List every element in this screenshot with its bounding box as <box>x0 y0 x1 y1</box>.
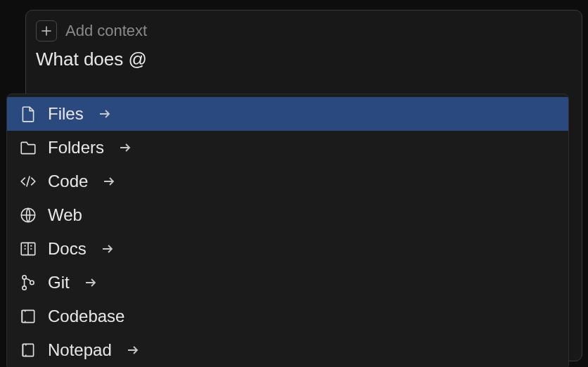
context-dropdown: Files Folders Code <box>6 94 569 367</box>
arrow-right-icon <box>101 173 117 190</box>
prompt-input-text: What does @ <box>36 49 147 70</box>
menu-item-git[interactable]: Git <box>7 266 568 300</box>
arrow-right-icon <box>124 342 141 359</box>
prompt-input[interactable]: What does @ <box>26 46 582 77</box>
menu-item-code[interactable]: Code <box>7 165 568 198</box>
menu-item-label: Files <box>48 104 84 124</box>
notepad-icon <box>18 340 38 360</box>
menu-item-label: Web <box>48 205 82 225</box>
menu-item-docs[interactable]: Docs <box>7 232 568 266</box>
menu-item-label: Codebase <box>48 307 124 326</box>
code-icon <box>18 172 38 191</box>
menu-item-label: Code <box>48 172 88 191</box>
menu-item-web[interactable]: Web <box>7 198 568 232</box>
menu-item-folders[interactable]: Folders <box>7 131 568 165</box>
codebase-icon <box>18 307 38 326</box>
svg-rect-6 <box>23 344 33 356</box>
header-row: Add context <box>26 11 582 46</box>
menu-item-label: Git <box>48 273 70 292</box>
git-icon <box>18 273 38 292</box>
svg-point-3 <box>23 286 26 290</box>
svg-rect-5 <box>22 310 34 322</box>
plus-icon <box>40 25 53 37</box>
menu-item-label: Docs <box>48 239 87 259</box>
menu-item-label: Notepad <box>48 340 112 360</box>
file-icon <box>18 104 38 124</box>
arrow-right-icon <box>82 274 99 291</box>
arrow-right-icon <box>117 139 134 156</box>
book-icon <box>18 239 38 259</box>
globe-icon <box>18 205 38 225</box>
add-context-label: Add context <box>65 22 147 40</box>
add-context-button[interactable] <box>36 20 57 41</box>
menu-item-files[interactable]: Files <box>7 97 568 131</box>
arrow-right-icon <box>99 240 116 257</box>
menu-item-notepad[interactable]: Notepad <box>7 333 568 367</box>
menu-item-label: Folders <box>48 138 104 157</box>
context-panel: Add context What does @ Files Folders <box>25 10 582 361</box>
arrow-right-icon <box>96 105 113 122</box>
menu-item-codebase[interactable]: Codebase <box>7 300 568 333</box>
folder-icon <box>18 138 38 157</box>
